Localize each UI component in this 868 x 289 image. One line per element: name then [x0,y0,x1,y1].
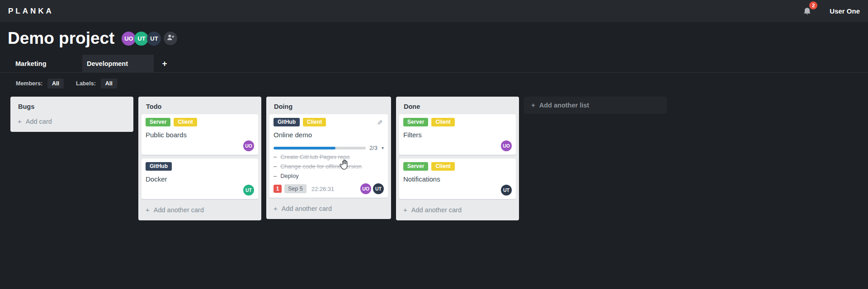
card-members: UT [146,185,254,196]
list-title[interactable]: Doing [266,97,391,114]
list-title[interactable]: Bugs [10,97,133,114]
label-chip: Server [403,162,428,171]
project-header: Demo project UO UT UT [8,27,868,50]
card-labels: Server Client [403,118,512,126]
tasks-progress: 2/3 ▾ [274,144,384,151]
label-chip: Server [146,118,170,126]
card-footer: 1 Sep 5 22:26:31 UO UT [274,183,384,194]
avatar[interactable]: UT [134,32,148,46]
label-chip: Server [403,118,428,126]
progress-fill [274,147,335,149]
labels-filter-label: Labels: [76,80,96,87]
card-labels: Server Client [146,118,254,126]
plus-icon: + [403,207,407,213]
plus-icon: + [18,118,22,125]
card-members: UO [403,140,512,151]
card-docker[interactable]: GitHub Docker UT [142,158,258,199]
card-title: Online demo [274,131,384,139]
app-logo[interactable]: PLANKA [8,7,54,16]
card-notification-badge: 1 [274,185,282,193]
top-bar: PLANKA 2 User One [0,0,868,22]
project-title[interactable]: Demo project [8,29,114,48]
avatar: UT [243,185,254,196]
avatar: UT [373,183,384,194]
members-filter-label: Members: [16,80,42,87]
plus-icon: + [146,207,150,213]
card-title: Docker [146,175,254,183]
add-another-card-button[interactable]: + Add another card [266,201,391,217]
card-title: Public boards [146,131,254,139]
add-card-button[interactable]: + Add card [10,114,133,130]
due-date-badge: Sep 5 [284,184,307,193]
card-public-boards[interactable]: Server Client Public boards UO [142,114,258,155]
list-done: Done Server Client Filters UO Server Cli… [396,97,519,220]
filter-bar: Members: All Labels: All [16,79,868,89]
members-filter-value[interactable]: All [47,79,64,89]
add-another-list-button[interactable]: + Add another list [524,97,667,114]
label-chip: Client [303,118,326,126]
label-chip: GitHub [274,118,300,126]
label-chip: GitHub [146,162,172,171]
board-tabs: Marketing Development + [0,55,868,73]
board: Bugs + Add card Todo Server Client Publi… [0,97,868,220]
list-todo: Todo Server Client Public boards UO GitH… [138,97,261,220]
notifications-button[interactable]: 2 [802,6,812,17]
chevron-down-icon[interactable]: ▾ [381,145,384,150]
card-notifications[interactable]: Server Client Notifications UT [399,158,516,199]
label-chip: Client [431,118,454,126]
add-member-button[interactable] [164,32,177,45]
dash-icon: – [274,154,277,161]
task-item: – Deploy [274,172,384,180]
add-board-button[interactable]: + [159,55,170,72]
progress-label: 2/3 [369,144,377,151]
avatar: UT [501,185,512,196]
avatar[interactable]: UO [122,32,136,46]
card-labels: Server Client [403,162,512,171]
avatar: UO [360,183,371,194]
plus-icon: + [274,205,278,212]
dash-icon: – [274,163,277,170]
label-chip: Client [431,162,454,171]
progress-bar [274,147,366,149]
tab-development[interactable]: Development [82,55,154,72]
stopwatch[interactable]: 22:26:31 [311,186,335,192]
dash-icon: – [274,172,277,180]
avatar: UO [501,140,512,151]
card-members: UO [146,140,254,151]
list-bugs: Bugs + Add card [10,97,133,132]
person-plus-icon [166,33,175,44]
plus-icon: + [531,102,535,108]
card-labels: GitHub [146,162,254,171]
notification-count-badge: 2 [809,1,817,9]
label-chip: Client [174,118,197,126]
card-labels: GitHub Client [274,118,384,126]
top-bar-right: 2 User One [802,6,861,17]
user-menu[interactable]: User One [830,7,860,15]
bell-icon [802,10,812,18]
add-another-card-button[interactable]: + Add another card [138,203,261,218]
avatar[interactable]: UT [147,32,161,46]
task-item: – Create GitHub Pages repo [274,154,384,161]
add-another-card-button[interactable]: + Add another card [396,203,519,218]
avatar: UO [243,140,254,151]
list-title[interactable]: Todo [138,97,261,114]
tab-marketing[interactable]: Marketing [11,55,82,72]
list-doing: Doing ✎ GitHub Client Online demo 2/3 ▾ … [266,97,391,219]
card-online-demo[interactable]: ✎ GitHub Client Online demo 2/3 ▾ – Crea… [269,114,388,198]
card-title: Notifications [403,175,512,183]
project-members: UO UT UT [122,32,177,46]
card-members: UT [403,185,512,196]
edit-card-icon[interactable]: ✎ [377,119,383,127]
task-item: – Change code for offline version [274,163,384,170]
card-filters[interactable]: Server Client Filters UO [399,114,516,155]
labels-filter-value[interactable]: All [101,79,117,89]
list-title[interactable]: Done [396,97,519,114]
card-title: Filters [403,131,512,139]
